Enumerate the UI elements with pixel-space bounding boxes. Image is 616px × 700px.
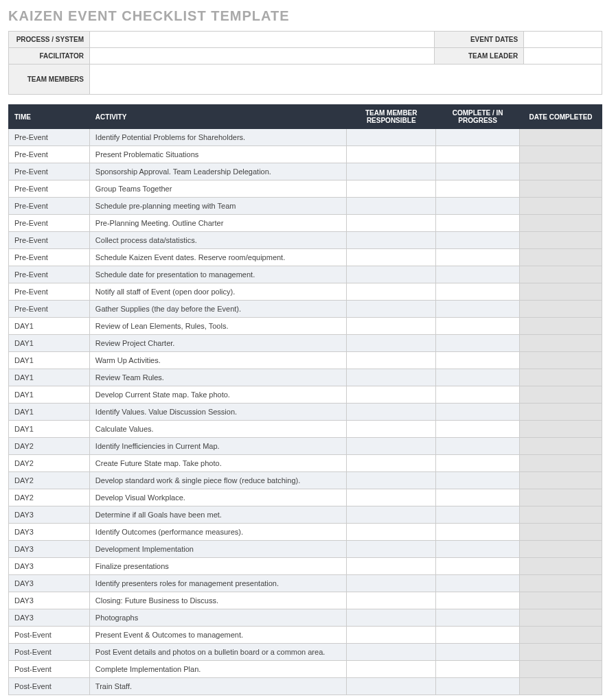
cell-date-completed[interactable]: [520, 198, 602, 215]
cell-date-completed[interactable]: [520, 541, 602, 558]
cell-complete[interactable]: [436, 558, 520, 575]
cell-date-completed[interactable]: [520, 215, 602, 232]
cell-date-completed[interactable]: [520, 146, 602, 163]
cell-date-completed[interactable]: [520, 129, 602, 146]
cell-date-completed[interactable]: [520, 163, 602, 180]
cell-date-completed[interactable]: [520, 369, 602, 386]
cell-team-member[interactable]: [347, 232, 436, 249]
cell-team-member[interactable]: [347, 352, 436, 369]
cell-complete[interactable]: [436, 163, 520, 180]
cell-date-completed[interactable]: [520, 609, 602, 627]
input-team-leader[interactable]: [524, 48, 602, 65]
cell-complete[interactable]: [436, 644, 520, 661]
cell-complete[interactable]: [436, 386, 520, 404]
cell-team-member[interactable]: [347, 369, 436, 386]
cell-complete[interactable]: [436, 592, 520, 609]
cell-team-member[interactable]: [347, 678, 436, 695]
cell-team-member[interactable]: [347, 301, 436, 318]
cell-complete[interactable]: [436, 404, 520, 421]
cell-date-completed[interactable]: [520, 575, 602, 592]
cell-team-member[interactable]: [347, 592, 436, 609]
cell-team-member[interactable]: [347, 644, 436, 661]
cell-team-member[interactable]: [347, 386, 436, 404]
cell-date-completed[interactable]: [520, 592, 602, 609]
cell-date-completed[interactable]: [520, 266, 602, 283]
cell-date-completed[interactable]: [520, 472, 602, 489]
cell-team-member[interactable]: [347, 472, 436, 489]
cell-team-member[interactable]: [347, 163, 436, 180]
cell-date-completed[interactable]: [520, 180, 602, 198]
cell-complete[interactable]: [436, 215, 520, 232]
cell-team-member[interactable]: [347, 558, 436, 575]
cell-date-completed[interactable]: [520, 438, 602, 455]
cell-team-member[interactable]: [347, 318, 436, 335]
cell-complete[interactable]: [436, 249, 520, 266]
cell-team-member[interactable]: [347, 335, 436, 352]
cell-complete[interactable]: [436, 180, 520, 198]
cell-complete[interactable]: [436, 524, 520, 541]
cell-date-completed[interactable]: [520, 558, 602, 575]
cell-complete[interactable]: [436, 318, 520, 335]
cell-date-completed[interactable]: [520, 455, 602, 472]
cell-date-completed[interactable]: [520, 506, 602, 524]
cell-complete[interactable]: [436, 627, 520, 644]
cell-team-member[interactable]: [347, 661, 436, 678]
input-facilitator[interactable]: [89, 48, 434, 65]
cell-complete[interactable]: [436, 541, 520, 558]
cell-team-member[interactable]: [347, 455, 436, 472]
cell-team-member[interactable]: [347, 180, 436, 198]
cell-date-completed[interactable]: [520, 318, 602, 335]
cell-date-completed[interactable]: [520, 678, 602, 695]
input-process-system[interactable]: [89, 32, 434, 48]
cell-complete[interactable]: [436, 438, 520, 455]
cell-team-member[interactable]: [347, 489, 436, 506]
cell-team-member[interactable]: [347, 404, 436, 421]
cell-complete[interactable]: [436, 472, 520, 489]
cell-date-completed[interactable]: [520, 352, 602, 369]
cell-date-completed[interactable]: [520, 232, 602, 249]
cell-complete[interactable]: [436, 609, 520, 627]
cell-complete[interactable]: [436, 421, 520, 438]
cell-date-completed[interactable]: [520, 335, 602, 352]
cell-team-member[interactable]: [347, 249, 436, 266]
cell-team-member[interactable]: [347, 215, 436, 232]
cell-date-completed[interactable]: [520, 386, 602, 404]
cell-complete[interactable]: [436, 232, 520, 249]
cell-date-completed[interactable]: [520, 249, 602, 266]
input-event-dates[interactable]: [524, 32, 602, 48]
cell-complete[interactable]: [436, 146, 520, 163]
cell-team-member[interactable]: [347, 627, 436, 644]
cell-team-member[interactable]: [347, 506, 436, 524]
cell-team-member[interactable]: [347, 129, 436, 146]
cell-team-member[interactable]: [347, 421, 436, 438]
cell-team-member[interactable]: [347, 575, 436, 592]
cell-team-member[interactable]: [347, 266, 436, 283]
cell-complete[interactable]: [436, 678, 520, 695]
cell-complete[interactable]: [436, 369, 520, 386]
cell-team-member[interactable]: [347, 609, 436, 627]
cell-team-member[interactable]: [347, 438, 436, 455]
cell-date-completed[interactable]: [520, 524, 602, 541]
cell-team-member[interactable]: [347, 283, 436, 301]
cell-team-member[interactable]: [347, 524, 436, 541]
cell-date-completed[interactable]: [520, 301, 602, 318]
cell-date-completed[interactable]: [520, 404, 602, 421]
cell-complete[interactable]: [436, 335, 520, 352]
cell-team-member[interactable]: [347, 146, 436, 163]
cell-complete[interactable]: [436, 661, 520, 678]
cell-complete[interactable]: [436, 575, 520, 592]
cell-complete[interactable]: [436, 301, 520, 318]
cell-date-completed[interactable]: [520, 627, 602, 644]
cell-team-member[interactable]: [347, 541, 436, 558]
cell-complete[interactable]: [436, 283, 520, 301]
cell-date-completed[interactable]: [520, 489, 602, 506]
cell-date-completed[interactable]: [520, 283, 602, 301]
cell-complete[interactable]: [436, 489, 520, 506]
cell-complete[interactable]: [436, 129, 520, 146]
cell-complete[interactable]: [436, 506, 520, 524]
cell-date-completed[interactable]: [520, 644, 602, 661]
input-team-members[interactable]: [89, 65, 602, 95]
cell-date-completed[interactable]: [520, 421, 602, 438]
cell-complete[interactable]: [436, 198, 520, 215]
cell-complete[interactable]: [436, 352, 520, 369]
